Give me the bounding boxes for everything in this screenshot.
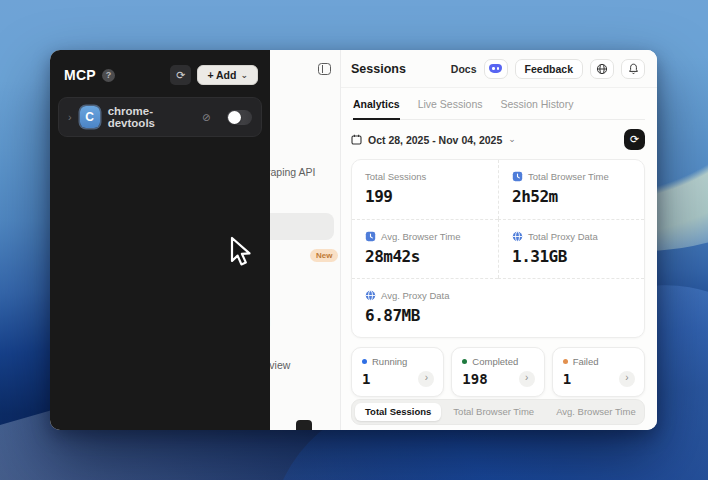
nav-item-highlight[interactable] bbox=[270, 213, 334, 240]
expand-chevron-icon[interactable]: › bbox=[68, 112, 72, 122]
mcp-title: MCP bbox=[64, 67, 96, 83]
status-dot bbox=[462, 359, 467, 364]
chart-tab-total-browser-time[interactable]: Total Browser Time bbox=[443, 403, 544, 421]
refresh-analytics-button[interactable]: ⟳ bbox=[624, 129, 645, 150]
mcp-panel: MCP ? ⟳ + Add ⌄ › C chrome-devtools ⊘ bbox=[50, 50, 270, 430]
chevron-right-icon[interactable]: › bbox=[418, 371, 434, 387]
status-label: Running bbox=[372, 356, 407, 367]
stat-label: Total Proxy Data bbox=[528, 231, 598, 242]
tab-analytics[interactable]: Analytics bbox=[353, 98, 400, 120]
stat-label: Avg. Proxy Data bbox=[381, 290, 449, 301]
help-icon[interactable]: ? bbox=[102, 69, 115, 82]
stat-value: 2h52m bbox=[512, 187, 631, 206]
tab-live-sessions[interactable]: Live Sessions bbox=[418, 98, 483, 119]
clock-icon bbox=[365, 231, 376, 242]
stat-value: 6.87MB bbox=[365, 306, 485, 325]
discord-icon bbox=[489, 64, 502, 73]
toggle-knob bbox=[228, 111, 241, 124]
status-cards-row: Running 1 › Completed 198 › bbox=[351, 347, 645, 397]
chart-metric-tabs: Total Sessions Total Browser Time Avg. B… bbox=[351, 399, 645, 425]
clock-icon bbox=[512, 171, 523, 182]
calendar-icon bbox=[351, 134, 362, 145]
chart-tab-avg-browser-time[interactable]: Avg. Browser Time bbox=[546, 403, 646, 421]
chevron-down-icon: ⌄ bbox=[240, 72, 248, 78]
page-title: Sessions bbox=[351, 62, 406, 76]
server-name: chrome-devtools bbox=[108, 105, 192, 129]
date-range-picker[interactable]: Oct 28, 2025 - Nov 04, 2025 ⌄ bbox=[351, 134, 516, 146]
status-value: 1 bbox=[563, 371, 571, 387]
stat-value: 28m42s bbox=[365, 247, 485, 266]
refresh-icon: ⟳ bbox=[630, 133, 639, 146]
nav-item-overview-partial[interactable]: erview bbox=[270, 359, 290, 371]
server-avatar: C bbox=[80, 106, 100, 128]
chevron-right-icon[interactable]: › bbox=[519, 371, 535, 387]
status-label: Completed bbox=[472, 356, 518, 367]
discord-button[interactable] bbox=[484, 59, 508, 79]
stat-avg-browser-time: Avg. Browser Time 28m42s bbox=[352, 219, 498, 278]
globe-icon bbox=[512, 231, 523, 242]
date-range-label: Oct 28, 2025 - Nov 04, 2025 bbox=[368, 134, 502, 146]
refresh-icon: ⟳ bbox=[176, 69, 185, 82]
stat-value: 199 bbox=[365, 187, 485, 206]
add-server-button[interactable]: + Add ⌄ bbox=[197, 65, 258, 85]
status-dot bbox=[362, 359, 367, 364]
language-button[interactable] bbox=[590, 59, 614, 79]
globe-icon bbox=[365, 290, 376, 301]
status-value: 1 bbox=[362, 371, 370, 387]
main-content: Sessions Docs Feedback bbox=[341, 50, 657, 430]
status-value: 198 bbox=[462, 371, 487, 387]
server-row-chrome-devtools[interactable]: › C chrome-devtools ⊘ bbox=[58, 97, 262, 137]
server-toggle[interactable] bbox=[227, 110, 253, 125]
stats-panel: Total Sessions 199 Total Browser Time 2h… bbox=[351, 159, 645, 338]
add-button-label: + Add bbox=[207, 69, 236, 81]
info-icon: ⊘ bbox=[202, 112, 210, 123]
status-dot bbox=[563, 359, 568, 364]
globe-icon bbox=[596, 63, 608, 75]
app-nav-sidebar-partial: raping API New al erview bbox=[270, 50, 341, 430]
stat-total-browser-time: Total Browser Time 2h52m bbox=[498, 160, 644, 219]
section-tabs: Analytics Live Sessions Session History bbox=[351, 88, 645, 120]
status-card-running[interactable]: Running 1 › bbox=[351, 347, 444, 397]
chevron-down-icon: ⌄ bbox=[508, 137, 516, 142]
tab-session-history[interactable]: Session History bbox=[500, 98, 573, 119]
new-badge: New bbox=[310, 249, 338, 262]
sidebar-bottom-avatar[interactable] bbox=[296, 420, 312, 430]
stat-avg-proxy-data: Avg. Proxy Data 6.87MB bbox=[352, 278, 498, 337]
refresh-servers-button[interactable]: ⟳ bbox=[170, 65, 191, 85]
notifications-button[interactable] bbox=[621, 59, 645, 79]
status-card-failed[interactable]: Failed 1 › bbox=[552, 347, 645, 397]
app-window: MCP ? ⟳ + Add ⌄ › C chrome-devtools ⊘ ra… bbox=[50, 50, 657, 430]
docs-link[interactable]: Docs bbox=[451, 63, 477, 75]
toolbar-row: Oct 28, 2025 - Nov 04, 2025 ⌄ ⟳ bbox=[351, 129, 645, 150]
bell-icon bbox=[628, 63, 639, 75]
status-label: Failed bbox=[573, 356, 599, 367]
stat-label: Avg. Browser Time bbox=[381, 231, 461, 242]
stat-empty-cell bbox=[498, 278, 644, 337]
feedback-button[interactable]: Feedback bbox=[515, 59, 583, 79]
analytics-content: Analytics Live Sessions Session History … bbox=[341, 88, 657, 430]
stat-label: Total Browser Time bbox=[528, 171, 609, 182]
mcp-panel-header: MCP ? ⟳ + Add ⌄ bbox=[50, 50, 270, 95]
stat-total-sessions: Total Sessions 199 bbox=[352, 160, 498, 219]
sidebar-collapse-icon[interactable] bbox=[318, 63, 331, 75]
stat-label: Total Sessions bbox=[365, 171, 426, 182]
stat-total-proxy-data: Total Proxy Data 1.31GB bbox=[498, 219, 644, 278]
chevron-right-icon[interactable]: › bbox=[619, 371, 635, 387]
chart-tab-total-sessions[interactable]: Total Sessions bbox=[355, 403, 441, 421]
status-card-completed[interactable]: Completed 198 › bbox=[451, 347, 544, 397]
stat-value: 1.31GB bbox=[512, 247, 631, 266]
nav-item-scraping-api-partial[interactable]: raping API bbox=[270, 166, 315, 178]
page-header: Sessions Docs Feedback bbox=[341, 50, 657, 88]
